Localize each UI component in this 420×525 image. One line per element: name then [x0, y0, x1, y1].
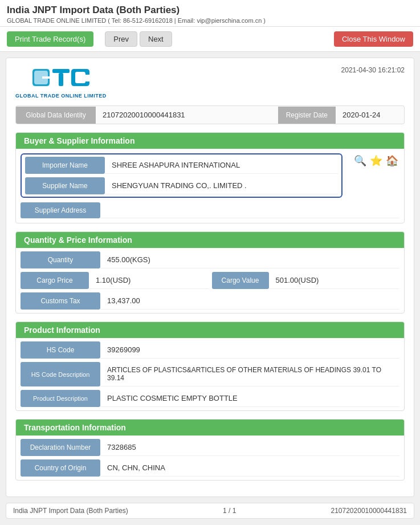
page-subtitle: GLOBAL TRADE ONLINE LIMITED ( Tel: 86-51…: [7, 17, 413, 24]
footer-center: 1 / 1: [223, 507, 236, 515]
svg-rect-0: [52, 69, 70, 73]
logo-image: [30, 66, 92, 92]
product-body: HS Code 39269099 HS Code Description ART…: [16, 338, 404, 410]
register-date-label: Register Date: [278, 107, 336, 124]
transport-header: Transportation Information: [16, 420, 404, 436]
hs-code-value: 39269099: [100, 341, 399, 359]
decl-number-label: Declaration Number: [21, 439, 100, 456]
decl-number-row: Declaration Number 7328685: [21, 439, 399, 456]
importer-value: SHREE ASHAPURA INTERNATIONAL: [105, 157, 338, 174]
nav-group: Prev Next: [105, 31, 172, 47]
quantity-price-header: Quantity & Price Information: [16, 232, 404, 248]
transport-section: Transportation Information Declaration N…: [15, 419, 405, 481]
footer-left: India JNPT Import Data (Both Parties): [13, 507, 128, 515]
footer-right: 21072020010000441831: [331, 507, 407, 515]
register-date-value: 2020-01-24: [336, 106, 404, 124]
cargo-price-label: Cargo Price: [21, 272, 89, 289]
product-desc-label: Product Description: [21, 390, 100, 407]
hs-code-label: HS Code: [21, 341, 100, 359]
cargo-value-pair: Cargo Value 501.00(USD): [212, 272, 400, 289]
customs-tax-row: Customs Tax 13,437.00: [21, 292, 399, 310]
importer-label: Importer Name: [25, 157, 105, 174]
cargo-row: Cargo Price 1.10(USD) Cargo Value 501.00…: [21, 272, 399, 289]
hs-desc-label: HS Code Description: [21, 362, 100, 386]
quantity-value: 455.00(KGS): [100, 251, 399, 268]
country-value: CN, CHN, CHINA: [100, 459, 399, 477]
cargo-value-value: 501.00(USD): [269, 272, 400, 289]
buyer-supplier-header: Buyer & Supplier Information: [16, 133, 404, 149]
timestamp: 2021-04-30 16:21:02: [341, 66, 405, 74]
toolbar: Print Trade Record(s) Prev Next Close Th…: [0, 27, 420, 52]
customs-tax-value: 13,437.00: [100, 292, 399, 310]
hs-desc-value: ARTICLES OF PLASTICS&ARTICLES OF OTHER M…: [100, 362, 399, 386]
quantity-price-body: Quantity 455.00(KGS) Cargo Price 1.10(US…: [16, 248, 404, 313]
prev-button[interactable]: Prev: [105, 31, 137, 47]
next-button[interactable]: Next: [140, 31, 172, 47]
product-desc-value: PLASTIC COSMETIC EMPTY BOTTLE: [100, 390, 399, 407]
quantity-label: Quantity: [21, 251, 100, 268]
buyer-outlined-box: Importer Name SHREE ASHAPURA INTERNATION…: [21, 153, 342, 198]
page-header: India JNPT Import Data (Both Parties) GL…: [0, 0, 420, 27]
supplier-label: Supplier Name: [25, 177, 105, 194]
cargo-price-pair: Cargo Price 1.10(USD): [21, 272, 209, 289]
address-label: Supplier Address: [21, 202, 100, 218]
action-icons: 🔍 ⭐ 🏠: [354, 154, 398, 167]
quantity-price-section: Quantity & Price Information Quantity 45…: [15, 231, 405, 314]
customs-tax-label: Customs Tax: [21, 292, 100, 310]
cargo-value-label: Cargo Value: [212, 272, 269, 289]
close-button[interactable]: Close This Window: [334, 31, 413, 47]
buyer-supplier-body: 🔍 ⭐ 🏠 Importer Name SHREE ASHAPURA INTER…: [16, 149, 404, 223]
search-icon[interactable]: 🔍: [354, 154, 366, 167]
hs-code-row: HS Code 39269099: [21, 341, 399, 359]
address-row: Supplier Address: [21, 202, 399, 218]
product-section: Product Information HS Code 39269099 HS …: [15, 321, 405, 411]
quantity-row: Quantity 455.00(KGS): [21, 251, 399, 268]
transport-body: Declaration Number 7328685 Country of Or…: [16, 436, 404, 480]
country-label: Country of Origin: [21, 459, 100, 477]
product-desc-row: Product Description PLASTIC COSMETIC EMP…: [21, 390, 399, 407]
buyer-supplier-section: Buyer & Supplier Information 🔍 ⭐ 🏠 Impor…: [15, 132, 405, 223]
country-row: Country of Origin CN, CHN, CHINA: [21, 459, 399, 477]
home-icon[interactable]: 🏠: [386, 154, 398, 167]
print-button[interactable]: Print Trade Record(s): [7, 31, 93, 47]
global-data-identity-label: Global Data Identity: [16, 107, 96, 124]
footer: India JNPT Import Data (Both Parties) 1 …: [6, 503, 414, 519]
supplier-row: Supplier Name SHENGYUAN TRADING CO,. LIM…: [25, 177, 338, 194]
page-title: India JNPT Import Data (Both Parties): [7, 5, 413, 16]
logo-text: GLOBAL TRADE ONLINE LIMITED: [15, 93, 107, 99]
logo-row: GLOBAL TRADE ONLINE LIMITED 2021-04-30 1…: [15, 66, 405, 99]
identity-row: Global Data Identity 2107202001000044183…: [15, 105, 405, 124]
address-value: [100, 202, 399, 218]
logo-box: GLOBAL TRADE ONLINE LIMITED: [15, 66, 107, 99]
main-content: GLOBAL TRADE ONLINE LIMITED 2021-04-30 1…: [6, 58, 414, 497]
hs-desc-row: HS Code Description ARTICLES OF PLASTICS…: [21, 362, 399, 386]
global-data-identity-value: 21072020010000441831: [96, 106, 278, 124]
importer-row: Importer Name SHREE ASHAPURA INTERNATION…: [25, 157, 338, 174]
star-icon[interactable]: ⭐: [370, 154, 382, 167]
product-header: Product Information: [16, 322, 404, 338]
supplier-value: SHENGYUAN TRADING CO,. LIMITED .: [105, 177, 338, 194]
cargo-price-value: 1.10(USD): [89, 272, 209, 289]
svg-rect-1: [59, 73, 63, 86]
decl-number-value: 7328685: [100, 439, 399, 456]
